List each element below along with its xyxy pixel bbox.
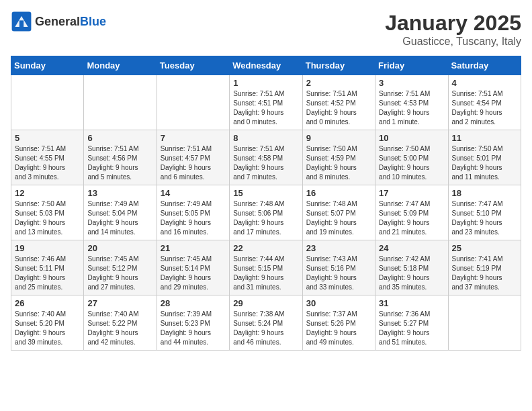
cell-info: Sunrise: 7:49 AM Sunset: 5:04 PM Dayligh…	[87, 199, 152, 237]
cell-info: Sunrise: 7:50 AM Sunset: 4:59 PM Dayligh…	[306, 144, 371, 182]
cell-info: Sunrise: 7:40 AM Sunset: 5:20 PM Dayligh…	[15, 310, 80, 347]
day-number: 19	[15, 243, 80, 253]
calendar-cell: 10Sunrise: 7:50 AM Sunset: 5:00 PM Dayli…	[375, 130, 448, 185]
day-header-thursday: Thursday	[302, 56, 375, 75]
calendar-cell: 2Sunrise: 7:51 AM Sunset: 4:52 PM Daylig…	[302, 75, 375, 130]
cell-info: Sunrise: 7:51 AM Sunset: 4:57 PM Dayligh…	[161, 144, 226, 182]
day-header-wednesday: Wednesday	[230, 56, 302, 75]
cell-info: Sunrise: 7:43 AM Sunset: 5:16 PM Dayligh…	[306, 255, 371, 292]
calendar-cell: 18Sunrise: 7:47 AM Sunset: 5:10 PM Dayli…	[448, 185, 521, 240]
cell-info: Sunrise: 7:50 AM Sunset: 5:03 PM Dayligh…	[15, 199, 80, 237]
cell-info: Sunrise: 7:45 AM Sunset: 5:12 PM Dayligh…	[87, 255, 152, 292]
day-number: 1	[233, 78, 298, 88]
logo-text-blue: Blue	[80, 15, 106, 29]
calendar-cell: 23Sunrise: 7:43 AM Sunset: 5:16 PM Dayli…	[302, 240, 375, 295]
cell-info: Sunrise: 7:47 AM Sunset: 5:10 PM Dayligh…	[452, 199, 517, 237]
day-number: 22	[233, 243, 298, 253]
day-number: 21	[161, 243, 226, 253]
day-number: 15	[233, 188, 298, 198]
calendar-cell: 8Sunrise: 7:51 AM Sunset: 4:58 PM Daylig…	[230, 130, 302, 185]
calendar-cell: 4Sunrise: 7:51 AM Sunset: 4:54 PM Daylig…	[448, 75, 521, 130]
day-number: 16	[306, 188, 371, 198]
day-number: 11	[452, 133, 517, 143]
calendar-cell: 27Sunrise: 7:40 AM Sunset: 5:22 PM Dayli…	[84, 295, 157, 351]
cell-info: Sunrise: 7:41 AM Sunset: 5:19 PM Dayligh…	[452, 255, 517, 292]
svg-rect-2	[19, 20, 24, 27]
day-number: 3	[379, 78, 444, 88]
day-number: 24	[379, 243, 444, 253]
calendar-cell: 9Sunrise: 7:50 AM Sunset: 4:59 PM Daylig…	[302, 130, 375, 185]
day-number: 6	[87, 133, 152, 143]
day-number: 20	[87, 243, 152, 253]
days-header-row: SundayMondayTuesdayWednesdayThursdayFrid…	[11, 56, 521, 75]
day-number: 25	[452, 243, 517, 253]
day-header-sunday: Sunday	[11, 56, 84, 75]
day-number: 23	[306, 243, 371, 253]
cell-info: Sunrise: 7:36 AM Sunset: 5:27 PM Dayligh…	[379, 310, 444, 347]
calendar-cell: 24Sunrise: 7:42 AM Sunset: 5:18 PM Dayli…	[375, 240, 448, 295]
day-number: 27	[87, 298, 152, 308]
day-header-tuesday: Tuesday	[157, 56, 229, 75]
cell-info: Sunrise: 7:51 AM Sunset: 4:58 PM Dayligh…	[233, 144, 298, 182]
cell-info: Sunrise: 7:51 AM Sunset: 4:51 PM Dayligh…	[233, 89, 298, 127]
cell-info: Sunrise: 7:47 AM Sunset: 5:09 PM Dayligh…	[379, 199, 444, 237]
calendar-cell: 21Sunrise: 7:45 AM Sunset: 5:14 PM Dayli…	[157, 240, 229, 295]
day-number: 30	[306, 298, 371, 308]
week-row-2: 5Sunrise: 7:51 AM Sunset: 4:55 PM Daylig…	[11, 130, 521, 185]
day-number: 17	[379, 188, 444, 198]
calendar-cell: 12Sunrise: 7:50 AM Sunset: 5:03 PM Dayli…	[11, 185, 84, 240]
cell-info: Sunrise: 7:39 AM Sunset: 5:23 PM Dayligh…	[161, 310, 226, 347]
page-header: General Blue January 2025 Guasticce, Tus…	[11, 11, 521, 48]
logo: General Blue	[11, 11, 106, 32]
day-number: 8	[233, 133, 298, 143]
cell-info: Sunrise: 7:46 AM Sunset: 5:11 PM Dayligh…	[15, 255, 80, 292]
calendar-cell: 29Sunrise: 7:38 AM Sunset: 5:24 PM Dayli…	[230, 295, 302, 351]
cell-info: Sunrise: 7:42 AM Sunset: 5:18 PM Dayligh…	[379, 255, 444, 292]
calendar-cell: 19Sunrise: 7:46 AM Sunset: 5:11 PM Dayli…	[11, 240, 84, 295]
calendar-cell: 5Sunrise: 7:51 AM Sunset: 4:55 PM Daylig…	[11, 130, 84, 185]
cell-info: Sunrise: 7:44 AM Sunset: 5:15 PM Dayligh…	[233, 255, 298, 292]
cell-info: Sunrise: 7:50 AM Sunset: 5:01 PM Dayligh…	[452, 144, 517, 182]
calendar-cell	[84, 75, 157, 130]
calendar-cell: 11Sunrise: 7:50 AM Sunset: 5:01 PM Dayli…	[448, 130, 521, 185]
cell-info: Sunrise: 7:48 AM Sunset: 5:06 PM Dayligh…	[233, 199, 298, 237]
day-number: 12	[15, 188, 80, 198]
calendar-cell: 3Sunrise: 7:51 AM Sunset: 4:53 PM Daylig…	[375, 75, 448, 130]
calendar-cell: 1Sunrise: 7:51 AM Sunset: 4:51 PM Daylig…	[230, 75, 302, 130]
calendar-cell: 25Sunrise: 7:41 AM Sunset: 5:19 PM Dayli…	[448, 240, 521, 295]
day-number: 4	[452, 78, 517, 88]
week-row-5: 26Sunrise: 7:40 AM Sunset: 5:20 PM Dayli…	[11, 295, 521, 351]
calendar-cell: 22Sunrise: 7:44 AM Sunset: 5:15 PM Dayli…	[230, 240, 302, 295]
cell-info: Sunrise: 7:50 AM Sunset: 5:00 PM Dayligh…	[379, 144, 444, 182]
cell-info: Sunrise: 7:51 AM Sunset: 4:52 PM Dayligh…	[306, 89, 371, 127]
day-number: 10	[379, 133, 444, 143]
day-number: 14	[161, 188, 226, 198]
cell-info: Sunrise: 7:49 AM Sunset: 5:05 PM Dayligh…	[161, 199, 226, 237]
calendar-cell: 26Sunrise: 7:40 AM Sunset: 5:20 PM Dayli…	[11, 295, 84, 351]
calendar-cell: 6Sunrise: 7:51 AM Sunset: 4:56 PM Daylig…	[84, 130, 157, 185]
logo-icon	[11, 11, 32, 32]
calendar-cell: 31Sunrise: 7:36 AM Sunset: 5:27 PM Dayli…	[375, 295, 448, 351]
day-number: 28	[161, 298, 226, 308]
day-header-saturday: Saturday	[448, 56, 521, 75]
day-number: 7	[161, 133, 226, 143]
day-header-friday: Friday	[375, 56, 448, 75]
title-block: January 2025 Guasticce, Tuscany, Italy	[385, 11, 521, 48]
cell-info: Sunrise: 7:51 AM Sunset: 4:56 PM Dayligh…	[87, 144, 152, 182]
week-row-1: 1Sunrise: 7:51 AM Sunset: 4:51 PM Daylig…	[11, 75, 521, 130]
cell-info: Sunrise: 7:51 AM Sunset: 4:53 PM Dayligh…	[379, 89, 444, 127]
calendar-cell	[157, 75, 229, 130]
cell-info: Sunrise: 7:51 AM Sunset: 4:55 PM Dayligh…	[15, 144, 80, 182]
day-number: 2	[306, 78, 371, 88]
calendar-cell: 14Sunrise: 7:49 AM Sunset: 5:05 PM Dayli…	[157, 185, 229, 240]
day-number: 29	[233, 298, 298, 308]
calendar-table: SundayMondayTuesdayWednesdayThursdayFrid…	[11, 56, 521, 351]
calendar-cell: 20Sunrise: 7:45 AM Sunset: 5:12 PM Dayli…	[84, 240, 157, 295]
cell-info: Sunrise: 7:45 AM Sunset: 5:14 PM Dayligh…	[161, 255, 226, 292]
calendar-cell	[448, 295, 521, 351]
cell-info: Sunrise: 7:38 AM Sunset: 5:24 PM Dayligh…	[233, 310, 298, 347]
day-header-monday: Monday	[84, 56, 157, 75]
calendar-cell: 28Sunrise: 7:39 AM Sunset: 5:23 PM Dayli…	[157, 295, 229, 351]
calendar-cell: 30Sunrise: 7:37 AM Sunset: 5:26 PM Dayli…	[302, 295, 375, 351]
cell-info: Sunrise: 7:51 AM Sunset: 4:54 PM Dayligh…	[452, 89, 517, 127]
